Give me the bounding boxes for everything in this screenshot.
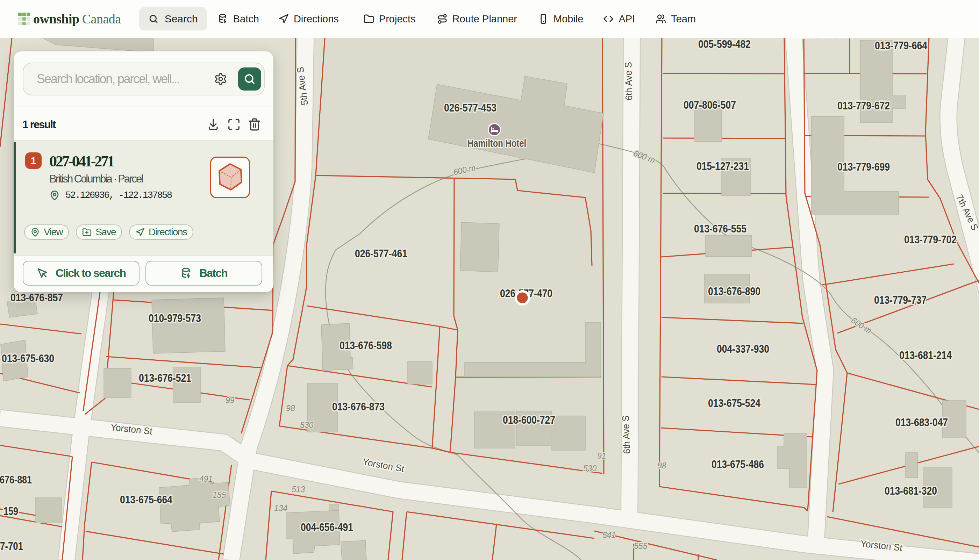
svg-text:7-701: 7-701: [0, 540, 23, 552]
svg-text:98: 98: [657, 461, 666, 470]
svg-text:013-675-630: 013-675-630: [2, 352, 54, 365]
svg-text:013-676-857: 013-676-857: [10, 292, 63, 304]
svg-text:013-779-664: 013-779-664: [875, 40, 927, 52]
svg-text:026-577-453: 026-577-453: [444, 102, 497, 114]
svg-text:530: 530: [300, 420, 314, 430]
svg-text:98: 98: [286, 404, 295, 413]
svg-text:005-599-482: 005-599-482: [698, 38, 751, 50]
svg-text:513: 513: [292, 485, 305, 494]
svg-text:004-656-491: 004-656-491: [301, 521, 353, 533]
svg-text:159: 159: [3, 505, 18, 517]
svg-text:026-577-461: 026-577-461: [355, 247, 407, 260]
svg-text:018-600-727: 018-600-727: [503, 414, 555, 426]
svg-text:010-979-573: 010-979-573: [148, 312, 201, 324]
svg-text:99: 99: [225, 396, 235, 405]
svg-text:676-881: 676-881: [0, 474, 32, 486]
svg-text:013-779-702: 013-779-702: [904, 233, 957, 246]
svg-text:013-675-524: 013-675-524: [708, 397, 761, 409]
svg-text:013-676-890: 013-676-890: [708, 285, 761, 297]
svg-text:013-675-664: 013-675-664: [120, 493, 173, 506]
svg-text:91: 91: [597, 451, 606, 460]
svg-text:015-127-231: 015-127-231: [697, 160, 749, 172]
svg-text:013-683-047: 013-683-047: [896, 416, 948, 428]
svg-text:013-676-598: 013-676-598: [340, 340, 392, 352]
svg-text:013-779-672: 013-779-672: [837, 100, 890, 112]
svg-text:491: 491: [199, 474, 213, 483]
svg-text:013-676-521: 013-676-521: [139, 372, 191, 384]
svg-text:6th Ave S: 6th Ave S: [620, 415, 632, 454]
svg-text:134: 134: [274, 504, 287, 513]
svg-text:013-676-555: 013-676-555: [694, 223, 747, 235]
svg-text:013-676-873: 013-676-873: [332, 401, 385, 413]
svg-text:013-779-737: 013-779-737: [874, 294, 927, 306]
svg-text:155: 155: [213, 490, 226, 500]
svg-text:013-779-699: 013-779-699: [837, 161, 890, 173]
svg-text:004-337-930: 004-337-930: [717, 343, 769, 355]
svg-text:Hamilton Hotel: Hamilton Hotel: [467, 137, 526, 149]
svg-text:013-681-320: 013-681-320: [885, 485, 937, 497]
svg-text:541: 541: [602, 531, 616, 540]
svg-text:013-681-214: 013-681-214: [899, 349, 952, 362]
svg-text:012-244-074: 012-244-074: [801, 38, 853, 40]
svg-text:530: 530: [583, 464, 597, 473]
svg-text:013-675-486: 013-675-486: [712, 458, 764, 470]
svg-text:555: 555: [634, 542, 647, 550]
svg-text:007-806-507: 007-806-507: [684, 99, 736, 111]
svg-text:6th Ave S: 6th Ave S: [623, 62, 634, 101]
